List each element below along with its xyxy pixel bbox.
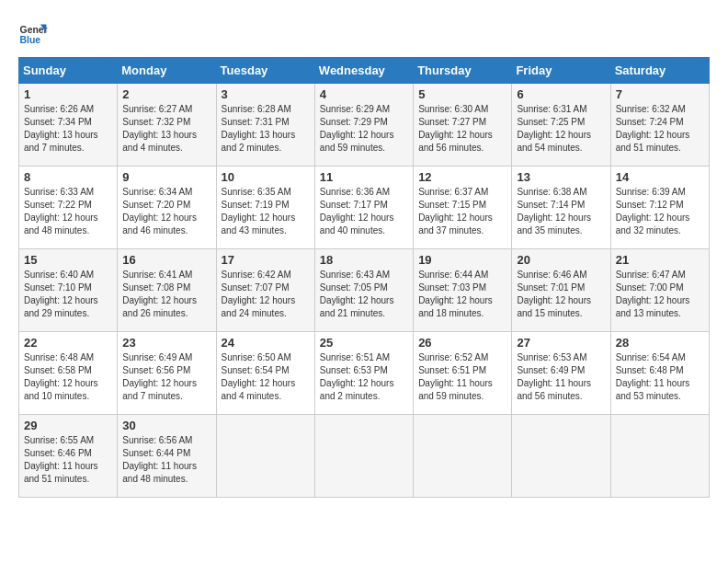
calendar-cell: 5Sunrise: 6:30 AMSunset: 7:27 PMDaylight…	[414, 84, 512, 167]
svg-text:Blue: Blue	[20, 35, 41, 45]
calendar-cell: 30Sunrise: 6:56 AMSunset: 6:44 PMDayligh…	[118, 415, 216, 498]
calendar-cell	[216, 415, 314, 498]
day-info: Sunrise: 6:55 AMSunset: 6:46 PMDaylight:…	[24, 434, 112, 486]
day-info: Sunrise: 6:27 AMSunset: 7:32 PMDaylight:…	[122, 103, 210, 155]
header-saturday: Saturday	[610, 58, 709, 84]
calendar-cell	[512, 415, 610, 498]
day-number: 18	[320, 253, 408, 267]
day-info: Sunrise: 6:30 AMSunset: 7:27 PMDaylight:…	[418, 103, 506, 155]
calendar-table: SundayMondayTuesdayWednesdayThursdayFrid…	[18, 57, 710, 498]
day-info: Sunrise: 6:41 AMSunset: 7:08 PMDaylight:…	[122, 269, 210, 320]
day-number: 30	[122, 419, 210, 432]
day-number: 4	[320, 87, 408, 101]
day-number: 8	[24, 170, 112, 184]
calendar-cell: 25Sunrise: 6:51 AMSunset: 6:53 PMDayligh…	[314, 332, 413, 415]
calendar-cell: 8Sunrise: 6:33 AMSunset: 7:22 PMDaylight…	[19, 167, 118, 249]
calendar-cell: 26Sunrise: 6:52 AMSunset: 6:51 PMDayligh…	[414, 332, 512, 415]
header-wednesday: Wednesday	[314, 58, 413, 84]
calendar-cell: 24Sunrise: 6:50 AMSunset: 6:54 PMDayligh…	[216, 332, 314, 415]
day-info: Sunrise: 6:28 AMSunset: 7:31 PMDaylight:…	[222, 103, 310, 155]
calendar-cell: 23Sunrise: 6:49 AMSunset: 6:56 PMDayligh…	[118, 332, 216, 415]
day-number: 7	[616, 87, 704, 101]
logo: General Blue	[18, 18, 51, 48]
day-info: Sunrise: 6:34 AMSunset: 7:20 PMDaylight:…	[122, 186, 210, 237]
day-number: 5	[418, 87, 506, 101]
day-number: 16	[122, 253, 210, 267]
day-info: Sunrise: 6:51 AMSunset: 6:53 PMDaylight:…	[320, 351, 408, 403]
day-info: Sunrise: 6:39 AMSunset: 7:12 PMDaylight:…	[616, 186, 704, 237]
calendar-cell: 1Sunrise: 6:26 AMSunset: 7:34 PMDaylight…	[19, 84, 118, 167]
calendar-cell: 3Sunrise: 6:28 AMSunset: 7:31 PMDaylight…	[216, 84, 314, 167]
day-info: Sunrise: 6:35 AMSunset: 7:19 PMDaylight:…	[222, 186, 310, 237]
calendar-cell: 18Sunrise: 6:43 AMSunset: 7:05 PMDayligh…	[314, 249, 413, 332]
day-number: 21	[616, 253, 704, 267]
calendar-cell: 16Sunrise: 6:41 AMSunset: 7:08 PMDayligh…	[118, 249, 216, 332]
day-number: 10	[222, 170, 310, 184]
day-number: 26	[418, 336, 506, 350]
calendar-week-4: 22Sunrise: 6:48 AMSunset: 6:58 PMDayligh…	[19, 332, 710, 415]
day-number: 1	[24, 87, 112, 101]
calendar-cell: 4Sunrise: 6:29 AMSunset: 7:29 PMDaylight…	[314, 84, 413, 167]
day-info: Sunrise: 6:43 AMSunset: 7:05 PMDaylight:…	[320, 269, 408, 320]
calendar-cell: 13Sunrise: 6:38 AMSunset: 7:14 PMDayligh…	[512, 167, 610, 249]
calendar-cell: 10Sunrise: 6:35 AMSunset: 7:19 PMDayligh…	[216, 167, 314, 249]
day-info: Sunrise: 6:56 AMSunset: 6:44 PMDaylight:…	[122, 434, 210, 486]
day-info: Sunrise: 6:44 AMSunset: 7:03 PMDaylight:…	[418, 269, 506, 320]
day-info: Sunrise: 6:54 AMSunset: 6:48 PMDaylight:…	[616, 351, 704, 403]
calendar-cell: 28Sunrise: 6:54 AMSunset: 6:48 PMDayligh…	[610, 332, 709, 415]
day-info: Sunrise: 6:31 AMSunset: 7:25 PMDaylight:…	[517, 103, 605, 155]
day-number: 3	[222, 87, 310, 101]
calendar-week-2: 8Sunrise: 6:33 AMSunset: 7:22 PMDaylight…	[19, 167, 710, 249]
calendar-cell: 20Sunrise: 6:46 AMSunset: 7:01 PMDayligh…	[512, 249, 610, 332]
day-number: 20	[517, 253, 605, 267]
header-sunday: Sunday	[19, 58, 118, 84]
day-info: Sunrise: 6:29 AMSunset: 7:29 PMDaylight:…	[320, 103, 408, 155]
day-number: 29	[24, 419, 112, 432]
header-tuesday: Tuesday	[216, 58, 314, 84]
day-number: 2	[122, 87, 210, 101]
calendar-cell: 29Sunrise: 6:55 AMSunset: 6:46 PMDayligh…	[19, 415, 118, 498]
calendar-cell: 11Sunrise: 6:36 AMSunset: 7:17 PMDayligh…	[314, 167, 413, 249]
day-number: 11	[320, 170, 408, 184]
calendar-week-5: 29Sunrise: 6:55 AMSunset: 6:46 PMDayligh…	[19, 415, 710, 498]
calendar-cell: 14Sunrise: 6:39 AMSunset: 7:12 PMDayligh…	[610, 167, 709, 249]
header-friday: Friday	[512, 58, 610, 84]
calendar-cell: 22Sunrise: 6:48 AMSunset: 6:58 PMDayligh…	[19, 332, 118, 415]
calendar-cell	[314, 415, 413, 498]
calendar-cell: 27Sunrise: 6:53 AMSunset: 6:49 PMDayligh…	[512, 332, 610, 415]
logo-icon: General Blue	[18, 18, 48, 48]
day-info: Sunrise: 6:46 AMSunset: 7:01 PMDaylight:…	[517, 269, 605, 320]
day-number: 22	[24, 336, 112, 350]
day-info: Sunrise: 6:26 AMSunset: 7:34 PMDaylight:…	[24, 103, 112, 155]
day-info: Sunrise: 6:36 AMSunset: 7:17 PMDaylight:…	[320, 186, 408, 237]
day-info: Sunrise: 6:40 AMSunset: 7:10 PMDaylight:…	[24, 269, 112, 320]
day-number: 14	[616, 170, 704, 184]
day-number: 27	[517, 336, 605, 350]
calendar-week-1: 1Sunrise: 6:26 AMSunset: 7:34 PMDaylight…	[19, 84, 710, 167]
day-info: Sunrise: 6:33 AMSunset: 7:22 PMDaylight:…	[24, 186, 112, 237]
calendar-cell: 6Sunrise: 6:31 AMSunset: 7:25 PMDaylight…	[512, 84, 610, 167]
header-thursday: Thursday	[414, 58, 512, 84]
day-info: Sunrise: 6:32 AMSunset: 7:24 PMDaylight:…	[616, 103, 704, 155]
day-number: 19	[418, 253, 506, 267]
day-info: Sunrise: 6:52 AMSunset: 6:51 PMDaylight:…	[418, 351, 506, 403]
calendar-cell: 17Sunrise: 6:42 AMSunset: 7:07 PMDayligh…	[216, 249, 314, 332]
day-number: 6	[517, 87, 605, 101]
day-number: 24	[222, 336, 310, 350]
day-number: 25	[320, 336, 408, 350]
calendar-cell: 19Sunrise: 6:44 AMSunset: 7:03 PMDayligh…	[414, 249, 512, 332]
calendar-cell	[414, 415, 512, 498]
calendar-cell: 2Sunrise: 6:27 AMSunset: 7:32 PMDaylight…	[118, 84, 216, 167]
day-info: Sunrise: 6:50 AMSunset: 6:54 PMDaylight:…	[222, 351, 310, 403]
calendar-body: 1Sunrise: 6:26 AMSunset: 7:34 PMDaylight…	[19, 84, 710, 498]
day-number: 17	[222, 253, 310, 267]
calendar-cell: 15Sunrise: 6:40 AMSunset: 7:10 PMDayligh…	[19, 249, 118, 332]
day-info: Sunrise: 6:38 AMSunset: 7:14 PMDaylight:…	[517, 186, 605, 237]
day-number: 12	[418, 170, 506, 184]
day-number: 13	[517, 170, 605, 184]
day-number: 28	[616, 336, 704, 350]
calendar-cell: 9Sunrise: 6:34 AMSunset: 7:20 PMDaylight…	[118, 167, 216, 249]
calendar-cell: 21Sunrise: 6:47 AMSunset: 7:00 PMDayligh…	[610, 249, 709, 332]
day-info: Sunrise: 6:48 AMSunset: 6:58 PMDaylight:…	[24, 351, 112, 403]
day-info: Sunrise: 6:47 AMSunset: 7:00 PMDaylight:…	[616, 269, 704, 320]
